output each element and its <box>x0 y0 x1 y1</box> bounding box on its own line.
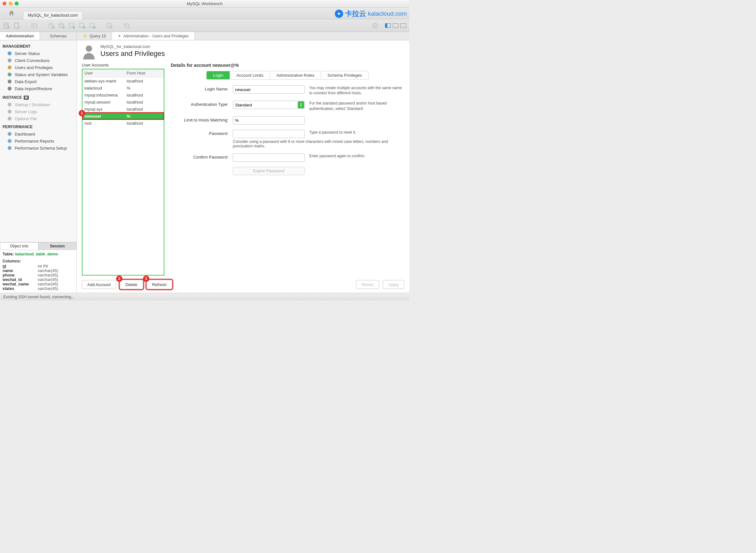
svg-text:SQL: SQL <box>5 24 8 26</box>
sidebar-item[interactable]: Data Export <box>0 78 76 85</box>
apply-button[interactable]: Apply <box>383 280 404 289</box>
tab-object-info[interactable]: Object Info <box>0 242 39 250</box>
tab-login[interactable]: Login <box>207 71 230 79</box>
column-row: wechat_namevarchar(45) <box>3 282 74 287</box>
sidebar-item[interactable]: Client Connections <box>0 57 76 64</box>
user-accounts-section: User Accounts User From Host debian-sys-… <box>82 61 164 275</box>
expire-password-button[interactable]: Expire Password <box>233 167 305 175</box>
sidebar-item-icon <box>7 65 12 70</box>
svg-point-21 <box>110 25 112 28</box>
confirm-password-label: Confirm Password: <box>171 153 228 160</box>
tab-session[interactable]: Session <box>39 242 77 250</box>
sidebar-item-icon <box>7 138 12 144</box>
user-account-row[interactable]: mysql.infoschemalocalhost <box>82 91 164 98</box>
inspector-icon[interactable] <box>31 22 38 29</box>
new-function-icon[interactable] <box>89 22 96 29</box>
annotation-marker-1: 1 <box>79 110 85 116</box>
column-type: varchar(45) <box>38 278 58 282</box>
user-account-row[interactable]: mysql.syslocalhost <box>82 105 164 112</box>
tab-schemas[interactable]: Schemas <box>40 32 77 40</box>
refresh-button[interactable]: Refresh <box>147 280 172 289</box>
tab-schema-privileges[interactable]: Schema Privileges <box>321 71 368 79</box>
maximize-window-icon[interactable] <box>15 2 18 5</box>
sidebar-item-icon <box>7 109 12 114</box>
cell-host: localhost <box>125 91 164 98</box>
reconnect-icon[interactable] <box>124 22 131 29</box>
auth-type-hint: For the standard password and/or host ba… <box>309 101 404 111</box>
tab-users-privileges[interactable]: ✦ Administration - Users and Privileges <box>112 32 195 40</box>
sidebar-item[interactable]: Dashboard <box>0 131 76 138</box>
password-input[interactable] <box>233 130 305 138</box>
new-schema-icon[interactable]: + <box>48 22 55 29</box>
open-sql-icon[interactable] <box>13 22 20 29</box>
connection-tab[interactable]: MySQL_for_kalacloud.com <box>23 11 82 19</box>
sidebar-item[interactable]: Server Status <box>0 50 76 57</box>
auth-type-select[interactable]: Standard <box>233 101 305 109</box>
user-account-row[interactable]: newuser% <box>82 112 164 120</box>
cell-user: mysql.sys <box>82 105 125 112</box>
user-accounts-list[interactable]: User From Host debian-sys-maintlocalhost… <box>82 69 164 275</box>
hosts-input[interactable] <box>233 116 305 125</box>
svg-point-6 <box>33 25 34 26</box>
sidebar-item[interactable]: Startup / Shutdown <box>0 101 76 108</box>
close-window-icon[interactable] <box>3 2 6 5</box>
sidebar-item[interactable]: Users and Privileges <box>0 64 76 71</box>
col-host[interactable]: From Host <box>125 69 164 77</box>
settings-icon[interactable] <box>372 22 379 29</box>
new-sql-tab-icon[interactable]: SQL+ <box>3 22 10 29</box>
status-bar: Existing SSH tunnel found, connecting... <box>0 293 409 301</box>
revert-button[interactable]: Revert <box>356 280 379 289</box>
svg-rect-4 <box>14 23 18 28</box>
tab-label: Query 15 <box>89 34 106 38</box>
sidebar-item[interactable]: Options File <box>0 115 76 122</box>
sidebar-item-label: Startup / Shutdown <box>15 102 50 107</box>
sidebar-item-icon <box>7 79 12 84</box>
login-name-hint: You may create multiple accounts with th… <box>309 85 404 96</box>
sidebar-item-label: Performance Reports <box>15 139 54 144</box>
tab-label: Object Info <box>10 244 28 248</box>
sidebar-item[interactable]: Performance Reports <box>0 138 76 145</box>
tab-admin-roles[interactable]: Administrative Roles <box>270 71 321 79</box>
right-panel-toggle[interactable] <box>400 23 406 28</box>
svg-point-28 <box>8 66 11 69</box>
tab-administration[interactable]: Administration <box>0 32 40 40</box>
tab-account-limits[interactable]: Account Limits <box>230 71 270 79</box>
bottom-panel-toggle[interactable] <box>393 23 398 28</box>
connection-tab-strip: MySQL_for_kalacloud.com <box>0 8 409 19</box>
page-caption: MySQL_for_kalacloud.com <box>100 44 165 49</box>
user-account-row[interactable]: debian-sys-maintlocalhost <box>82 77 164 84</box>
user-account-row[interactable]: rootlocalhost <box>82 120 164 127</box>
sidebar-item[interactable]: Performance Schema Setup <box>0 145 76 152</box>
tab-query[interactable]: ⚡ Query 15 <box>77 32 112 40</box>
window-controls <box>3 2 18 5</box>
minimize-window-icon[interactable] <box>9 2 12 5</box>
management-heading: MANAGEMENT <box>0 42 76 50</box>
column-row: phonevarchar(45) <box>3 273 74 278</box>
performance-heading: PERFORMANCE <box>0 122 76 131</box>
sidebar-item[interactable]: Data Import/Restore <box>0 85 76 92</box>
settings-small-icon[interactable]: ⚙ <box>24 96 29 100</box>
user-account-row[interactable]: kalacloud% <box>82 84 164 91</box>
sidebar-item[interactable]: Server Logs <box>0 108 76 115</box>
col-user[interactable]: User <box>82 69 125 77</box>
new-table-icon[interactable]: + <box>58 22 65 29</box>
user-account-row[interactable]: mysql.sessionlocalhost <box>82 98 164 105</box>
password-hint: Type a password to reset it. <box>309 130 404 135</box>
column-name: wechat_name <box>3 282 38 287</box>
svg-point-37 <box>8 146 11 150</box>
left-panel-toggle[interactable] <box>385 23 391 28</box>
delete-button[interactable]: Delete <box>120 280 143 289</box>
sidebar-item[interactable]: Status and System Variables <box>0 71 76 78</box>
sidebar-item-label: Dashboard <box>15 132 35 137</box>
svg-text:+: + <box>63 26 64 28</box>
login-name-input[interactable] <box>233 85 305 94</box>
cell-user: mysql.session <box>82 98 125 105</box>
confirm-password-input[interactable] <box>233 153 305 162</box>
select-arrows-icon: ▲▼ <box>298 101 304 108</box>
new-procedure-icon[interactable] <box>79 22 86 29</box>
new-view-icon[interactable] <box>68 22 75 29</box>
sidebar-item-label: Client Connections <box>15 58 50 63</box>
search-table-icon[interactable] <box>106 22 113 29</box>
add-account-button[interactable]: Add Account <box>82 280 116 289</box>
home-tab[interactable] <box>0 7 23 19</box>
